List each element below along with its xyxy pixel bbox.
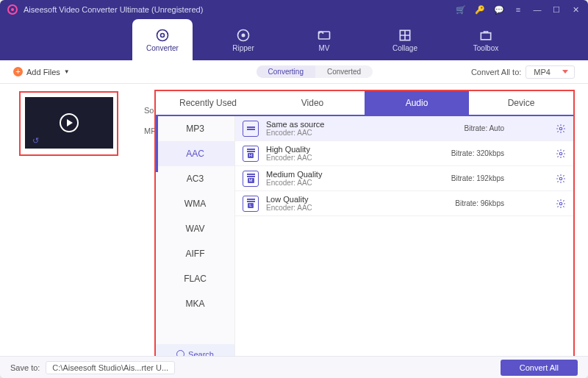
video-thumbnail[interactable]: ↺	[25, 97, 113, 149]
preset-row[interactable]: Same as sourceEncoder: AACBitrate: Auto	[235, 116, 573, 141]
preset-bitrate: Bitrate: Auto	[465, 124, 504, 132]
panel-tab-device[interactable]: Device	[469, 91, 573, 115]
tab-ripper[interactable]: Ripper	[213, 19, 273, 60]
codec-ac3[interactable]: AC3	[156, 166, 234, 191]
preset-title: Low Quality	[266, 195, 312, 204]
video-item-highlight: ↺	[19, 91, 118, 156]
plus-icon: +	[13, 67, 23, 76]
save-path-field[interactable]: C:\Aiseesoft Studio\Ais...rter U...	[46, 361, 175, 374]
preset-title: Medium Quality	[266, 170, 322, 179]
maximize-icon[interactable]: ☐	[551, 5, 562, 15]
codec-mp3[interactable]: MP3	[156, 116, 234, 141]
svg-point-7	[559, 127, 562, 130]
tab-mv-label: MV	[319, 44, 330, 52]
svg-point-1	[161, 33, 165, 37]
mv-icon	[317, 28, 331, 43]
tab-converter-label: Converter	[146, 44, 179, 52]
pill-converted[interactable]: Converted	[315, 65, 373, 78]
convert-all-label: Convert All to:	[471, 68, 521, 76]
format-panel: Recently Used Video Audio Device MP3 AAC…	[154, 90, 575, 366]
codec-wav[interactable]: WAV	[156, 216, 234, 241]
preset-icon: H	[243, 146, 259, 162]
svg-point-0	[157, 29, 168, 40]
codec-aac[interactable]: AAC	[156, 141, 234, 166]
codec-mka[interactable]: MKA	[156, 291, 234, 316]
tab-collage-label: Collage	[392, 44, 417, 52]
sub-bar: + Add Files ▼ Converting Converted Conve…	[0, 60, 588, 84]
codec-flac[interactable]: FLAC	[156, 266, 234, 291]
tab-mv[interactable]: MV	[294, 19, 354, 60]
bottom-bar: Save to: C:\Aiseesoft Studio\Ais...rter …	[0, 356, 588, 378]
app-logo	[7, 4, 18, 15]
titlebar: Aiseesoft Video Converter Ultimate (Unre…	[0, 0, 588, 19]
save-to-label: Save to:	[10, 363, 40, 372]
key-icon[interactable]: 🔑	[475, 5, 485, 15]
close-icon[interactable]: ✕	[570, 5, 581, 15]
menu-icon[interactable]: ≡	[513, 5, 523, 15]
toolbox-icon	[478, 28, 493, 43]
preset-bitrate: Bitrate: 192kbps	[451, 174, 504, 182]
tab-toolbox-label: Toolbox	[473, 44, 498, 52]
body-area: ↺ Source MP3 Recently Used Video Audio D…	[0, 84, 588, 356]
chevron-down-icon: ▼	[64, 68, 70, 75]
loop-icon: ↺	[32, 136, 39, 146]
gear-icon[interactable]	[556, 124, 566, 134]
status-filter: Converting Converted	[257, 65, 373, 78]
svg-point-3	[242, 34, 244, 36]
svg-point-10	[559, 202, 562, 205]
tab-collage[interactable]: Collage	[375, 19, 435, 60]
convert-all-format-select[interactable]: MP4	[526, 65, 575, 79]
gear-icon[interactable]	[556, 199, 566, 209]
codec-list: MP3 AAC AC3 WMA WAV AIFF FLAC MKA Search	[156, 116, 235, 365]
preset-encoder: Encoder: AAC	[266, 179, 322, 188]
cart-icon[interactable]: 🛒	[456, 5, 466, 15]
preset-bitrate: Bitrate: 320kbps	[451, 149, 504, 157]
convert-all-to: Convert All to: MP4	[471, 65, 575, 79]
preset-title: Same as source	[266, 120, 324, 129]
preset-encoder: Encoder: AAC	[266, 129, 324, 138]
play-icon	[60, 113, 79, 132]
panel-tab-video[interactable]: Video	[260, 91, 365, 115]
gear-icon[interactable]	[556, 149, 566, 159]
codec-aiff[interactable]: AIFF	[156, 241, 234, 266]
tab-converter[interactable]: Converter	[132, 19, 193, 60]
add-files-button[interactable]: + Add Files ▼	[13, 67, 70, 76]
svg-point-9	[559, 177, 562, 180]
convert-all-format-value: MP4	[534, 68, 551, 76]
panel-tab-audio[interactable]: Audio	[365, 91, 469, 115]
preset-row[interactable]: LLow QualityEncoder: AACBitrate: 96kbps	[235, 191, 573, 216]
preset-encoder: Encoder: AAC	[266, 154, 312, 163]
tab-ripper-label: Ripper	[232, 44, 254, 52]
codec-wma[interactable]: WMA	[156, 191, 234, 216]
dropdown-caret-icon	[562, 70, 568, 74]
panel-tab-recent[interactable]: Recently Used	[156, 91, 260, 115]
preset-row[interactable]: MMedium QualityEncoder: AACBitrate: 192k…	[235, 166, 573, 191]
converter-icon	[155, 28, 170, 43]
preset-encoder: Encoder: AAC	[266, 204, 312, 213]
preset-icon: M	[243, 171, 259, 187]
preset-icon: L	[243, 196, 259, 212]
preset-bitrate: Bitrate: 96kbps	[455, 199, 504, 207]
preset-list: Same as sourceEncoder: AACBitrate: AutoH…	[235, 116, 573, 365]
feedback-icon[interactable]: 💬	[494, 5, 504, 15]
main-nav: Converter Ripper MV Collage Toolbox	[0, 19, 588, 60]
svg-point-8	[559, 152, 562, 155]
svg-rect-6	[481, 32, 490, 39]
add-files-label: Add Files	[26, 68, 60, 76]
preset-row[interactable]: HHigh QualityEncoder: AACBitrate: 320kbp…	[235, 141, 573, 166]
gear-icon[interactable]	[556, 174, 566, 184]
pill-converting[interactable]: Converting	[257, 65, 315, 78]
convert-all-button[interactable]: Convert All	[501, 360, 578, 376]
app-title: Aiseesoft Video Converter Ultimate (Unre…	[24, 5, 203, 14]
ripper-icon	[236, 28, 251, 43]
collage-icon	[398, 28, 412, 43]
preset-icon	[243, 121, 259, 137]
minimize-icon[interactable]: ―	[532, 5, 542, 15]
tab-toolbox[interactable]: Toolbox	[456, 19, 516, 60]
preset-title: High Quality	[266, 145, 312, 154]
